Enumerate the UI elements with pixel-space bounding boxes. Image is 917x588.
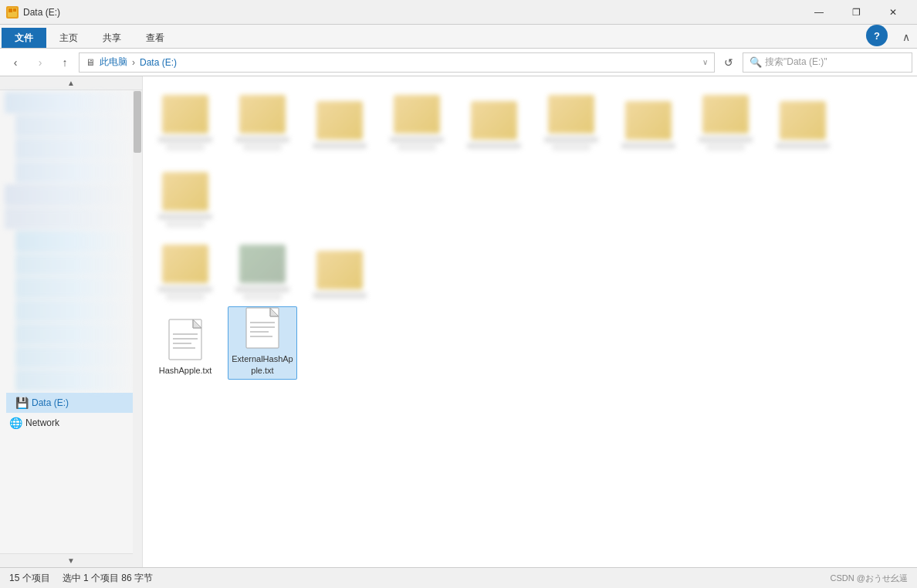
sidebar-item-data-e[interactable]: 💾 Data (E:)	[6, 393, 142, 413]
svg-rect-2	[13, 8, 16, 12]
address-dropdown-chevron: ∨	[702, 58, 708, 66]
app-icon	[6, 6, 19, 19]
drive-icon: 💾	[15, 397, 29, 409]
window-controls: — ❐ ✕	[801, 0, 911, 25]
sidebar: ▲ 💾 Data (E:) 🌐 Network	[0, 76, 143, 567]
status-selected: 选中 1 个项目 86 字节	[63, 572, 153, 585]
sidebar-scroll-down[interactable]: ▼	[0, 553, 142, 567]
file-label-externalhashapple: ExternalHashApple.txt	[232, 353, 293, 376]
file-item-hashapple[interactable]: HashApple.txt	[151, 306, 220, 380]
pc-icon: 🖥	[86, 57, 95, 68]
tab-file[interactable]: 文件	[2, 28, 46, 48]
sidebar-item-network[interactable]: 🌐 Network	[0, 413, 142, 433]
ribbon: 文件 主页 共享 查看 ? ∧	[0, 25, 917, 49]
status-total: 15 个项目	[9, 572, 50, 585]
sidebar-item-label-network: Network	[25, 417, 59, 428]
svg-rect-1	[8, 8, 12, 12]
refresh-button[interactable]: ↺	[718, 52, 739, 73]
content-area: HashApple.txt ExternalHash	[143, 76, 917, 567]
minimize-button[interactable]: —	[801, 0, 837, 25]
txt-file-icon	[167, 319, 204, 362]
forward-button[interactable]: ›	[29, 52, 51, 73]
address-bar: ‹ › ↑ 🖥 此电脑 › Data (E:) ∨ ↺ 🔍 搜索"Data (E…	[0, 49, 917, 76]
sidebar-scrollbar[interactable]	[133, 90, 142, 567]
search-icon: 🔍	[750, 56, 762, 68]
tab-share[interactable]: 共享	[91, 28, 133, 48]
address-path[interactable]: 🖥 此电脑 › Data (E:) ∨	[79, 52, 715, 73]
search-box[interactable]: 🔍 搜索"Data (E:)"	[743, 52, 912, 73]
main-layout: ▲ 💾 Data (E:) 🌐 Network	[0, 76, 917, 567]
status-bar: 15 个项目 选中 1 个项目 86 字节 CSDN @おうせ幺逼	[0, 567, 917, 588]
close-button[interactable]: ✕	[875, 0, 911, 25]
watermark: CSDN @おうせ幺逼	[831, 573, 908, 584]
title-bar: Data (E:) — ❐ ✕	[0, 0, 917, 25]
sidebar-blurred-items	[0, 90, 142, 393]
sidebar-scrollbar-thumb[interactable]	[134, 91, 141, 153]
tab-home[interactable]: 主页	[48, 28, 90, 48]
path-segment-data[interactable]: Data (E:)	[140, 57, 177, 68]
path-segment-pc[interactable]: 此电脑	[100, 56, 127, 69]
blurred-folders-section	[143, 76, 917, 306]
back-button[interactable]: ‹	[5, 52, 26, 73]
window-title: Data (E:)	[23, 7, 797, 18]
ribbon-tabs: 文件 主页 共享 查看 ? ∧	[0, 25, 917, 48]
up-button[interactable]: ↑	[54, 52, 76, 73]
network-icon: 🌐	[9, 417, 22, 429]
help-button[interactable]: ?	[866, 25, 888, 46]
file-item-externalhashapple[interactable]: ExternalHashApple.txt	[228, 306, 297, 380]
file-label-hashapple: HashApple.txt	[159, 365, 211, 376]
path-separator-1: ›	[132, 57, 135, 68]
tab-view[interactable]: 查看	[134, 28, 176, 48]
ribbon-collapse-button[interactable]: ∧	[895, 26, 917, 48]
sidebar-scroll-up[interactable]: ▲	[0, 76, 142, 90]
search-placeholder: 搜索"Data (E:)"	[765, 56, 827, 69]
visible-files-row: HashApple.txt ExternalHash	[143, 306, 917, 380]
sidebar-item-label-data-e: Data (E:)	[32, 397, 69, 408]
restore-button[interactable]: ❐	[838, 0, 874, 25]
txt-file-icon-selected	[244, 307, 281, 350]
